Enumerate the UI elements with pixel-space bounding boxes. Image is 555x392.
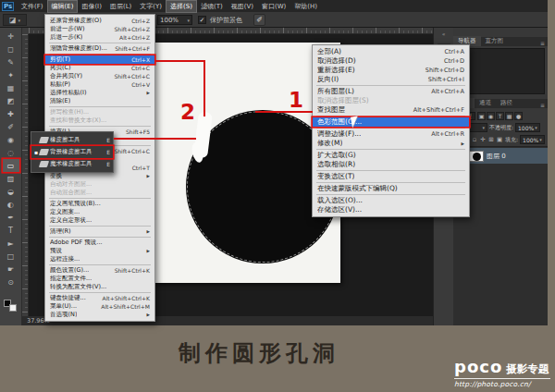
dodge-tool[interactable]: ◐: [3, 198, 19, 211]
type-tool[interactable]: T: [3, 224, 19, 237]
tolerance-dropdown[interactable]: 100%▾: [157, 15, 192, 25]
menu-item[interactable]: 颜色设置(G)... Shift+Ctrl+K ▶: [45, 266, 154, 275]
menu-item[interactable]: 键盘快捷键... Alt+Shift+Ctrl+K ▶: [45, 294, 154, 302]
background-eraser-tool-item[interactable]: ▪ 背景橡皮擦工具 E: [31, 146, 113, 158]
color-swatches[interactable]: [4, 300, 17, 312]
quick-selection-tool[interactable]: ✦: [3, 68, 19, 81]
menu-bar-item[interactable]: 图层(L): [106, 1, 135, 12]
zoom-tool[interactable]: ⊙: [3, 276, 19, 288]
menu-item[interactable]: 查找图层 Alt+Shift+Ctrl+F ▶: [313, 105, 469, 115]
shape-tool[interactable]: □: [3, 250, 19, 263]
menu-item[interactable]: 定义自定形状... ▶: [45, 216, 154, 225]
menu-item[interactable]: 还原背景橡皮擦(O) Ctrl+Z ▶: [45, 17, 154, 25]
menu-item[interactable]: 转换为配置文件(V)... ▶: [45, 283, 154, 291]
path-selection-tool[interactable]: ►: [3, 237, 19, 250]
menu-item[interactable]: Adobe PDF 预设... ▶: [45, 239, 154, 247]
menu-item[interactable]: 反向(I) Shift+Ctrl+I ▶: [313, 75, 469, 84]
menu-item[interactable]: 色彩范围(C)... ▶: [313, 117, 469, 127]
menu-item[interactable]: 前进一步(W) Shift+Ctrl+Z ▶: [45, 25, 154, 33]
menu-item[interactable]: 合并拷贝(Y) Shift+Ctrl+C ▶: [45, 72, 154, 80]
lock-all-icon[interactable]: ▣: [496, 136, 503, 144]
move-tool[interactable]: ✛: [3, 30, 19, 43]
history-brush-tool[interactable]: ◌: [3, 146, 19, 159]
lock-position-icon[interactable]: ✛: [479, 136, 487, 144]
eraser-tool[interactable]: ▭: [3, 159, 19, 172]
menu-bar-item[interactable]: 滤镜(T): [197, 1, 227, 12]
menu-item[interactable]: 查找和替换文本(X)... ▶: [45, 116, 154, 125]
menu-bar-item[interactable]: 文字(Y): [136, 1, 166, 12]
menu-item[interactable]: 自动混合图层... ▶: [45, 189, 154, 197]
menu-item[interactable]: 首选项(N) ▶: [45, 311, 154, 319]
menu-item[interactable]: 选择性粘贴(I) ▶: [45, 89, 154, 97]
panel-menu-icon[interactable]: ≡: [540, 40, 548, 46]
menu-item[interactable]: 取消选择图层(S) ▶: [313, 96, 469, 105]
menu-item[interactable]: 粘贴(P) Ctrl+V ▶: [45, 80, 154, 89]
lock-image-icon[interactable]: ⊞: [487, 136, 495, 144]
menu-item[interactable]: 变换选区(T) ▶: [313, 172, 469, 181]
menu-bar-item[interactable]: 编辑(E): [48, 1, 78, 12]
menu-bar-item[interactable]: 视图(V): [228, 1, 257, 12]
blur-tool[interactable]: ◒: [3, 185, 19, 198]
filter-type-icon[interactable]: T: [496, 112, 504, 120]
menu-item[interactable]: 剪切(T) Ctrl+X ▶: [45, 55, 154, 64]
filter-adjustment-icon[interactable]: ◉: [487, 112, 495, 120]
menu-item[interactable]: 变换 ▶: [45, 172, 154, 180]
menu-item[interactable]: 存储选区(V)... ▶: [313, 205, 469, 214]
panel-tab[interactable]: 通道: [475, 98, 496, 108]
menu-item[interactable]: 预设 ▶: [45, 247, 154, 255]
menu-item[interactable]: 拷贝(C) Ctrl+C ▶: [45, 64, 154, 72]
menu-item[interactable]: 渐隐背景橡皮擦(D)... Shift+Ctrl+F ▶: [45, 44, 154, 53]
background-color-swatch[interactable]: [9, 304, 17, 312]
menu-item[interactable]: 所有图层(L) Alt+Ctrl+A ▶: [313, 87, 469, 96]
hand-tool[interactable]: ☛: [3, 263, 19, 276]
panel-menu-icon[interactable]: ≡: [540, 102, 548, 108]
opacity-value[interactable]: 100%▾: [515, 123, 540, 132]
brush-tool[interactable]: ✐: [3, 120, 19, 133]
menu-item[interactable]: 载入选区(O)... ▶: [313, 196, 469, 205]
lock-transparency-icon[interactable]: ▫: [471, 136, 478, 144]
menu-item[interactable]: 拼写检查(H)... ▶: [45, 108, 154, 116]
menu-item[interactable]: 清除(E) ▶: [45, 97, 154, 105]
poco-url[interactable]: http://photo.poco.cn/: [454, 378, 550, 388]
menu-item[interactable]: 菜单(U)... Alt+Shift+Ctrl+M ▶: [45, 302, 154, 311]
clone-stamp-tool[interactable]: ◉: [3, 133, 19, 146]
filter-shape-icon[interactable]: ▦: [505, 112, 513, 120]
menu-item[interactable]: 清理(R) ▶: [45, 227, 154, 236]
menu-bar-item[interactable]: 选择(S): [166, 1, 196, 12]
menu-item[interactable]: 在快速蒙版模式下编辑(Q) ▶: [313, 184, 469, 193]
lasso-tool[interactable]: ✎: [3, 55, 19, 68]
menu-bar-item[interactable]: 帮助(H): [290, 1, 321, 12]
crop-tool[interactable]: ▦: [3, 81, 19, 94]
layer-name[interactable]: 图层 0: [487, 152, 506, 161]
menu-item[interactable]: 指定配置文件... ▶: [45, 275, 154, 283]
healing-brush-tool[interactable]: ✚: [3, 107, 19, 120]
panel-tab[interactable]: 直方图: [481, 36, 509, 46]
pen-tool[interactable]: ✒: [3, 211, 19, 224]
menu-item[interactable]: 自动对齐图层... ▶: [45, 180, 154, 189]
menu-item[interactable]: 后退一步(K) Alt+Ctrl+Z ▶: [45, 33, 154, 42]
menu-item[interactable]: 调整边缘(F)... Alt+Ctrl+R ▶: [313, 129, 469, 139]
fill-value[interactable]: 100%▾: [520, 135, 545, 144]
menu-item[interactable]: 扩大选取(G) ▶: [313, 151, 469, 160]
collapse-panels-icon[interactable]: «: [442, 31, 446, 37]
protect-foreground-checkbox[interactable]: ✓: [198, 16, 206, 24]
menu-bar-item[interactable]: 图像(I): [78, 1, 105, 12]
menu-item[interactable]: 重新选择(E) Shift+Ctrl+D ▶: [313, 66, 469, 75]
menu-item[interactable]: 修改(M) ▶: [313, 139, 469, 148]
menu-item[interactable]: 定义画笔预设(B)... ▶: [45, 200, 154, 208]
marquee-tool[interactable]: ◻: [3, 43, 19, 55]
menu-bar-item[interactable]: 窗口(W): [258, 1, 290, 12]
filter-pixel-icon[interactable]: ▣: [477, 112, 486, 120]
tablet-pressure-icon[interactable]: ✐: [253, 14, 265, 26]
menu-item[interactable]: 全部(A) Ctrl+A ▶: [313, 47, 469, 56]
menu-item[interactable]: 定义图案... ▶: [45, 208, 154, 216]
tool-preset-picker[interactable]: ◪▾: [3, 14, 27, 26]
menu-item[interactable]: 选取相似(R) ▶: [313, 160, 469, 169]
layer-thumbnail[interactable]: [469, 151, 484, 162]
eraser-tool-item[interactable]: ▪ 橡皮擦工具 E: [31, 134, 113, 146]
menu-item[interactable]: 取消选择(D) Ctrl+D ▶: [313, 56, 469, 66]
menu-item[interactable]: 远程连接... ▶: [45, 255, 154, 263]
eyedropper-tool[interactable]: ◩: [3, 94, 19, 107]
gradient-tool[interactable]: ▨: [3, 172, 19, 185]
menu-bar-item[interactable]: 文件(F): [18, 1, 47, 12]
